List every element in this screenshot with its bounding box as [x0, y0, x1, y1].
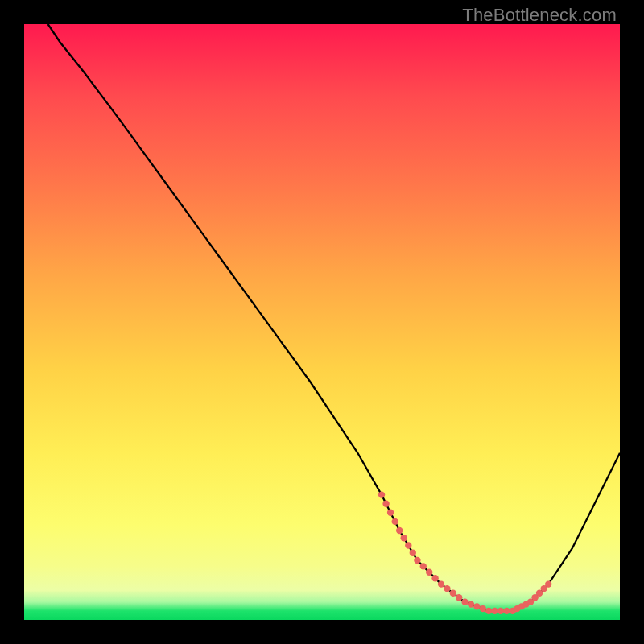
dot — [392, 518, 398, 525]
dot — [461, 599, 468, 605]
dot — [410, 550, 416, 556]
dot — [497, 608, 504, 614]
dot — [491, 608, 497, 614]
dot — [444, 585, 450, 592]
dot — [450, 590, 456, 597]
dot — [426, 569, 432, 576]
curve-layer — [24, 24, 620, 620]
dot — [485, 608, 492, 614]
dot — [431, 575, 438, 581]
dot — [414, 557, 420, 564]
dot — [438, 580, 444, 587]
dot — [382, 501, 389, 507]
dot — [420, 563, 427, 569]
watermark-text: TheBottleneck.com — [462, 5, 617, 26]
dot — [378, 491, 385, 497]
dot — [468, 601, 474, 607]
bottleneck-curve — [48, 24, 620, 611]
dotted-segment — [378, 491, 552, 614]
dot — [387, 510, 394, 516]
dot — [545, 580, 551, 587]
dot — [503, 608, 510, 614]
dot — [401, 535, 407, 541]
dot — [456, 594, 462, 601]
dot — [396, 527, 402, 534]
plot-area — [24, 24, 620, 620]
dot — [480, 605, 486, 612]
dot — [405, 542, 411, 548]
chart-container: TheBottleneck.com — [0, 0, 644, 644]
dot — [473, 603, 480, 609]
